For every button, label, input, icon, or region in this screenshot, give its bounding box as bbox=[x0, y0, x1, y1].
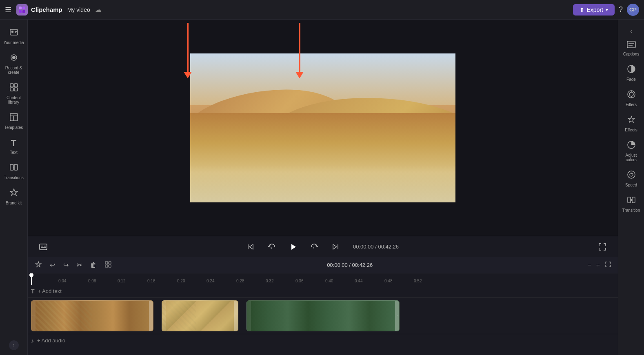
audio-track-icon: ♪ bbox=[31, 337, 34, 344]
ruler-mark-008: 0:08 bbox=[88, 279, 96, 283]
sidebar-item-label-transitions: Transitions bbox=[4, 175, 24, 180]
right-sidebar-item-fade[interactable]: Fade bbox=[620, 61, 643, 85]
svg-point-34 bbox=[629, 92, 633, 96]
svg-rect-42 bbox=[632, 197, 635, 203]
user-avatar[interactable]: CP bbox=[627, 4, 639, 16]
right-sidebar-label-captions: Captions bbox=[623, 52, 639, 56]
skip-to-start-button[interactable] bbox=[243, 240, 258, 254]
sidebar-item-templates[interactable]: Templates bbox=[1, 109, 27, 133]
video-clip-2[interactable]: ⋮ ⋮ bbox=[162, 300, 238, 331]
redo-button[interactable]: ↪ bbox=[61, 260, 71, 271]
more-options-button[interactable] bbox=[102, 260, 114, 271]
svg-rect-0 bbox=[19, 7, 22, 9]
forward-5s-button[interactable]: 5 bbox=[307, 240, 322, 254]
sidebar-item-transitions[interactable]: Transitions bbox=[1, 160, 27, 183]
ruler-mark-040: 0:40 bbox=[325, 279, 333, 283]
help-icon[interactable]: ? bbox=[619, 5, 623, 14]
topbar-right: ⬆ Export ▾ ? CP bbox=[573, 4, 639, 16]
clip3-pattern bbox=[247, 301, 399, 331]
transitions-icon bbox=[9, 163, 18, 174]
right-sidebar-item-adjust-colors[interactable]: Adjustcolors bbox=[620, 137, 643, 165]
arrow-right-head bbox=[295, 72, 304, 78]
video-title[interactable]: My video bbox=[67, 7, 90, 13]
right-sidebar-item-effects[interactable]: Effects bbox=[620, 112, 643, 135]
captions-toggle-button[interactable] bbox=[36, 240, 51, 254]
right-sidebar-collapse-button[interactable]: ‹ bbox=[628, 26, 634, 36]
clip3-handle-right[interactable]: ⋮ bbox=[395, 301, 399, 331]
right-sidebar-label-effects: Effects bbox=[625, 128, 637, 132]
save-status-icon[interactable]: ☁ bbox=[95, 6, 102, 13]
cut-button[interactable]: ✂ bbox=[74, 260, 84, 271]
timeline-tracks: T + Add text ⋮ ⋮ bbox=[28, 285, 618, 355]
zoom-in-button[interactable]: + bbox=[595, 260, 602, 271]
video-clip-1[interactable]: ⋮ ⋮ bbox=[31, 300, 153, 331]
text-icon: T bbox=[11, 138, 16, 149]
right-sidebar-item-filters[interactable]: Filters bbox=[620, 87, 643, 110]
video-clip-3[interactable]: ⋮ ⋮ bbox=[246, 300, 400, 331]
svg-text:5: 5 bbox=[271, 247, 272, 249]
sidebar-item-label-brand-kit: Brand kit bbox=[6, 201, 22, 205]
add-text-button[interactable]: + Add text bbox=[38, 288, 62, 294]
main-area: Your media Record &create Contentlibra bbox=[0, 20, 644, 355]
sidebar-item-content-library[interactable]: Contentlibrary bbox=[1, 80, 27, 108]
text-track-icon: T bbox=[31, 288, 35, 295]
svg-rect-25 bbox=[105, 262, 108, 264]
export-upload-icon: ⬆ bbox=[580, 7, 584, 13]
svg-rect-2 bbox=[19, 10, 22, 13]
video-preview-area: 16:9 bbox=[28, 20, 618, 236]
zoom-out-button[interactable]: − bbox=[586, 260, 593, 271]
ruler-mark-032: 0:32 bbox=[266, 279, 273, 283]
clip1-handle-right[interactable]: ⋮ bbox=[149, 301, 153, 331]
undo-button[interactable]: ↩ bbox=[47, 260, 58, 271]
sidebar-item-brand-kit[interactable]: Brand kit bbox=[1, 185, 27, 209]
app-name: Clipchamp bbox=[31, 6, 62, 13]
svg-rect-14 bbox=[10, 113, 18, 121]
ruler-inner: 0:04 0:08 0:12 0:16 0:20 0:24 0:28 0:32 … bbox=[28, 273, 618, 285]
left-sidebar: Your media Record &create Contentlibra bbox=[0, 20, 28, 355]
skip-to-end-button[interactable] bbox=[328, 240, 343, 254]
hamburger-menu-icon[interactable]: ☰ bbox=[5, 5, 11, 14]
speed-icon bbox=[627, 170, 636, 181]
playback-controls: 5 5 00:00.00 / 00:42.26 bbox=[28, 236, 618, 257]
sidebar-item-label-text: Text bbox=[10, 150, 17, 155]
export-button[interactable]: ⬆ Export ▾ bbox=[573, 4, 615, 16]
svg-rect-29 bbox=[627, 41, 635, 48]
fit-to-window-button[interactable] bbox=[603, 260, 613, 271]
svg-rect-19 bbox=[40, 244, 47, 250]
timeline-ruler: 0:04 0:08 0:12 0:16 0:20 0:24 0:28 0:32 … bbox=[28, 273, 618, 285]
ruler-mark-020: 0:20 bbox=[177, 279, 185, 283]
left-sidebar-collapse-button[interactable]: › bbox=[9, 340, 19, 350]
right-sidebar-label-adjust-colors: Adjustcolors bbox=[626, 153, 637, 162]
arrow-left-shaft bbox=[187, 23, 189, 72]
ruler-mark-016: 0:16 bbox=[147, 279, 155, 283]
annotation-arrow-right bbox=[295, 23, 304, 86]
sidebar-item-label-content-library: Contentlibrary bbox=[7, 95, 21, 104]
clip2-handle-right[interactable]: ⋮ bbox=[234, 301, 238, 331]
right-sidebar-item-captions[interactable]: Captions bbox=[620, 38, 643, 60]
delete-button[interactable]: 🗑 bbox=[88, 260, 99, 271]
arrow-right-shaft bbox=[299, 23, 300, 72]
right-sidebar-label-fade: Fade bbox=[626, 77, 636, 82]
center-area: 16:9 bbox=[28, 20, 618, 355]
annotation-arrow-left bbox=[184, 23, 192, 86]
magic-tool-button[interactable] bbox=[33, 260, 44, 271]
clipchamp-logo-icon bbox=[16, 4, 28, 16]
transition-icon bbox=[627, 195, 636, 206]
play-pause-button[interactable] bbox=[286, 240, 300, 254]
right-sidebar-label-filters: Filters bbox=[626, 102, 637, 107]
sidebar-item-your-media[interactable]: Your media bbox=[1, 24, 27, 48]
right-sidebar-item-speed[interactable]: Speed bbox=[620, 167, 643, 191]
add-audio-button[interactable]: + Add audio bbox=[37, 337, 65, 344]
timeline-toolbar: ↩ ↪ ✂ 🗑 00:00.00 / 00:42.26 − + bbox=[28, 257, 618, 273]
ruler-mark-044: 0:44 bbox=[355, 279, 362, 283]
timeline-playhead[interactable] bbox=[31, 273, 32, 285]
fullscreen-button[interactable] bbox=[595, 240, 610, 254]
ruler-mark-004: 0:04 bbox=[58, 279, 66, 283]
video-frame-inner bbox=[190, 53, 455, 202]
your-media-icon bbox=[9, 28, 18, 39]
sidebar-item-text[interactable]: T Text bbox=[1, 135, 27, 158]
video-wrapper: 16:9 bbox=[190, 53, 455, 202]
sidebar-item-record[interactable]: Record &create bbox=[1, 50, 27, 78]
right-sidebar-item-transition[interactable]: Transition bbox=[620, 192, 643, 216]
rewind-5s-button[interactable]: 5 bbox=[264, 240, 279, 254]
